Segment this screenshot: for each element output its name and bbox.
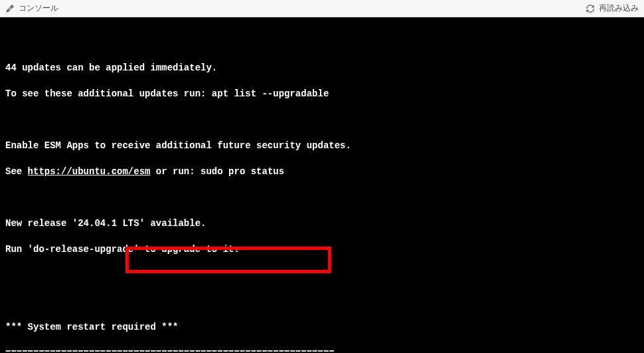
title-text: コンソール (19, 3, 58, 14)
motd-line: See https://ubuntu.com/esm or run: sudo … (5, 166, 639, 179)
motd-line: Enable ESM Apps to receive additional fu… (5, 140, 639, 153)
terminal-container: 44 updates can be applied immediately. T… (0, 17, 644, 353)
reload-button[interactable]: 再読み込み (586, 3, 639, 14)
terminal-output[interactable]: 44 updates can be applied immediately. T… (0, 17, 644, 353)
motd-line: To see these additional updates run: apt… (5, 88, 639, 101)
reload-label: 再読み込み (599, 3, 639, 14)
motd-line: 44 updates can be applied immediately. (5, 62, 639, 75)
motd-line: New release '24.04.1 LTS' available. (5, 217, 639, 231)
reload-icon (586, 4, 595, 13)
esm-link[interactable]: https://ubuntu.com/esm (28, 166, 151, 177)
titlebar-left: コンソール (5, 3, 58, 14)
motd-line: Run 'do-release-upgrade' to upgrade to i… (5, 243, 639, 257)
titlebar: コンソール 再読み込み (0, 0, 644, 17)
motd-line: *** System restart required *** (5, 321, 639, 334)
separator: ========================================… (5, 347, 639, 354)
tools-icon (5, 4, 15, 13)
